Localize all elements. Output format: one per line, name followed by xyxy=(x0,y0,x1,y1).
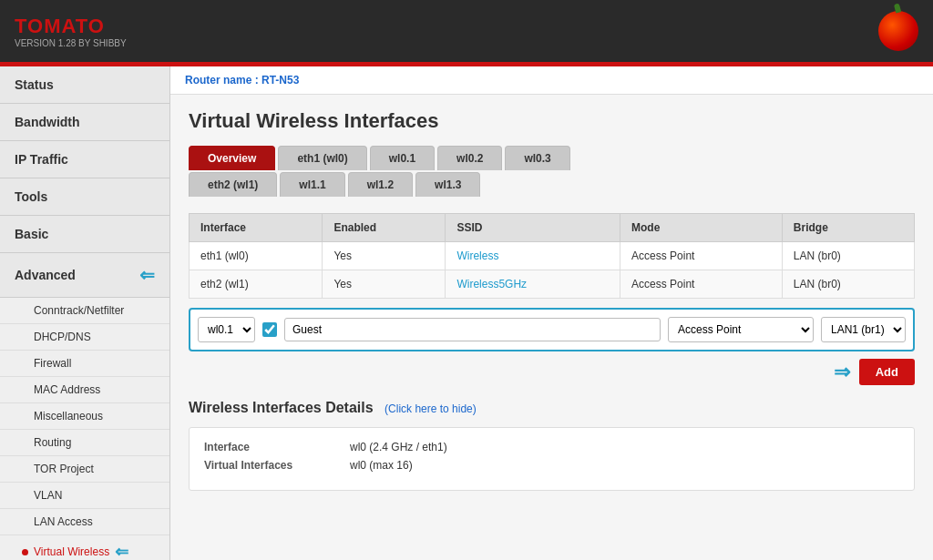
tab-row-1: Overview eth1 (wl0) wl0.1 wl0.2 wl0.3 xyxy=(189,146,915,170)
sidebar-item-virtual-wireless[interactable]: Virtual Wireless ⇐ xyxy=(0,535,169,560)
sidebar: Status Bandwidth IP Traffic Tools Basic … xyxy=(0,66,170,560)
sidebar-item-bandwidth[interactable]: Bandwidth xyxy=(0,104,169,141)
sidebar-item-conntrack[interactable]: Conntrack/Netfilter xyxy=(0,298,169,324)
ssid-input[interactable] xyxy=(284,318,661,341)
table-row: eth1 (wl0) Yes Wireless Access Point LAN… xyxy=(190,242,915,270)
details-row-virtual: Virtual Interfaces wl0 (max 16) xyxy=(204,459,899,472)
sidebar-item-mac-address[interactable]: MAC Address xyxy=(0,377,169,403)
table-row: eth2 (wl1) Yes Wireless5GHz Access Point… xyxy=(190,270,915,299)
sidebar-advanced-label: Advanced xyxy=(15,268,76,282)
col-bridge: Bridge xyxy=(782,214,914,242)
row2-interface: eth2 (wl1) xyxy=(190,270,323,299)
col-enabled: Enabled xyxy=(323,214,446,242)
col-interface: Interface xyxy=(190,214,323,242)
tab-wl13[interactable]: wl1.3 xyxy=(415,172,480,197)
dot-empty xyxy=(22,440,28,446)
sidebar-item-miscellaneous[interactable]: Miscellaneous xyxy=(0,403,169,430)
tomato-icon xyxy=(878,11,918,51)
details-virtual-value: wl0 (max 16) xyxy=(350,459,413,472)
active-dot-icon xyxy=(22,549,28,555)
dot-empty xyxy=(22,361,28,367)
details-interface-value: wl0 (2.4 GHz / eth1) xyxy=(350,441,447,453)
version-text: VERSION 1.28 BY SHIBBY xyxy=(15,38,127,48)
main-layout: Status Bandwidth IP Traffic Tools Basic … xyxy=(0,66,933,560)
col-ssid: SSID xyxy=(446,214,620,242)
bridge-select[interactable]: LAN1 (br1) LAN (br0) LAN2 (br2) xyxy=(821,317,906,342)
details-virtual-label: Virtual Interfaces xyxy=(204,459,350,472)
tab-row-2: eth2 (wl1) wl1.1 wl1.2 wl1.3 xyxy=(189,172,915,197)
col-mode: Mode xyxy=(620,214,783,242)
advanced-arrow-icon: ⇐ xyxy=(139,264,155,286)
tab-wl01[interactable]: wl0.1 xyxy=(370,146,435,170)
tab-wl12[interactable]: wl1.2 xyxy=(348,172,413,197)
dot-empty xyxy=(22,519,28,525)
tab-wl02[interactable]: wl0.2 xyxy=(437,146,502,170)
brand-name: TOMATO xyxy=(15,15,127,38)
content-inner: Virtual Wireless Interfaces Overview eth… xyxy=(170,95,933,505)
tab-wl11[interactable]: wl1.1 xyxy=(280,172,344,197)
row1-mode: Access Point xyxy=(620,242,783,270)
tab-overview[interactable]: Overview xyxy=(189,146,275,170)
sidebar-item-ip-traffic[interactable]: IP Traffic xyxy=(0,141,169,178)
details-box: Interface wl0 (2.4 GHz / eth1) Virtual I… xyxy=(189,427,915,491)
router-name: RT-N53 xyxy=(261,74,299,87)
sidebar-item-basic[interactable]: Basic xyxy=(0,216,169,253)
sidebar-item-tools[interactable]: Tools xyxy=(0,178,169,216)
sidebar-item-dhcp-dns[interactable]: DHCP/DNS xyxy=(0,324,169,351)
add-row-container: wl0.1 wl0.2 wl0.3 wl1.1 wl1.2 wl1.3 Acce… xyxy=(189,308,915,351)
virtual-wireless-arrow-icon: ⇐ xyxy=(115,542,128,560)
add-button[interactable]: Add xyxy=(859,359,915,385)
sidebar-item-vlan[interactable]: VLAN xyxy=(0,483,169,509)
sidebar-item-lan-access[interactable]: LAN Access xyxy=(0,509,169,535)
click-hide-link[interactable]: (Click here to hide) xyxy=(384,402,477,415)
add-row-actions: ⇒ Add xyxy=(189,359,915,385)
content-area: Router name : RT-N53 Virtual Wireless In… xyxy=(170,66,933,560)
row1-bridge: LAN (br0) xyxy=(782,242,914,270)
row1-enabled: Yes xyxy=(323,242,446,270)
router-label: Router name : xyxy=(185,74,259,87)
details-interface-label: Interface xyxy=(204,441,350,453)
dot-empty xyxy=(22,387,28,393)
dot-empty xyxy=(22,334,28,341)
tab-eth2wl1[interactable]: eth2 (wl1) xyxy=(189,172,277,197)
wireless-details-title: Wireless Interfaces Details (Click here … xyxy=(189,400,915,416)
enabled-checkbox[interactable] xyxy=(262,322,277,337)
dot-empty xyxy=(22,413,28,420)
interface-select[interactable]: wl0.1 wl0.2 wl0.3 wl1.1 wl1.2 wl1.3 xyxy=(198,317,255,342)
sidebar-item-tor-project[interactable]: TOR Project xyxy=(0,456,169,483)
sidebar-item-firewall[interactable]: Firewall xyxy=(0,351,169,377)
add-arrow-icon: ⇒ xyxy=(834,361,850,384)
sidebar-item-routing[interactable]: Routing xyxy=(0,430,169,456)
sidebar-item-status[interactable]: Status xyxy=(0,66,169,104)
dot-empty xyxy=(22,466,28,473)
mode-select[interactable]: Access Point Wireless Client WDS xyxy=(668,317,814,342)
details-row-interface: Interface wl0 (2.4 GHz / eth1) xyxy=(204,441,899,453)
tab-wl03[interactable]: wl0.3 xyxy=(505,146,569,170)
dot-empty xyxy=(22,493,28,499)
row1-interface: eth1 (wl0) xyxy=(190,242,323,270)
router-name-bar: Router name : RT-N53 xyxy=(170,66,933,95)
row2-mode: Access Point xyxy=(620,270,783,299)
header: TOMATO VERSION 1.28 BY SHIBBY xyxy=(0,0,933,62)
row2-bridge: LAN (br0) xyxy=(782,270,914,299)
sidebar-advanced[interactable]: Advanced ⇐ xyxy=(0,253,169,298)
dot-empty xyxy=(22,308,28,314)
row2-enabled: Yes xyxy=(323,270,446,299)
tab-bar: Overview eth1 (wl0) wl0.1 wl0.2 wl0.3 et… xyxy=(189,146,915,199)
interfaces-table: Interface Enabled SSID Mode Bridge eth1 … xyxy=(189,213,915,299)
row1-ssid: Wireless xyxy=(446,242,620,270)
page-title: Virtual Wireless Interfaces xyxy=(189,109,915,133)
logo: TOMATO VERSION 1.28 BY SHIBBY xyxy=(15,15,127,48)
tab-eth1wl0[interactable]: eth1 (wl0) xyxy=(278,146,366,170)
row2-ssid: Wireless5GHz xyxy=(446,270,620,299)
